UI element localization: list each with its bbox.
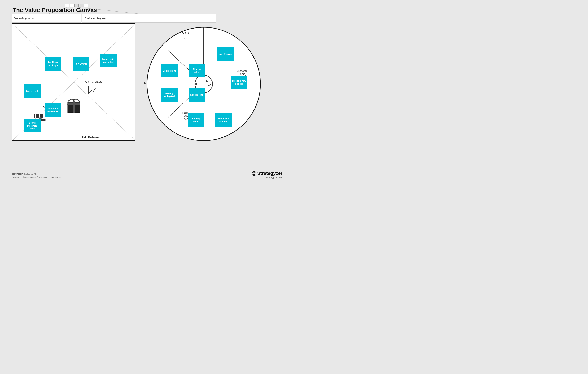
- gain-creators-label: Gain Creators: [81, 80, 106, 83]
- gift-icon: [65, 97, 82, 115]
- sticky-meeting-new: Meeting new peo-ple: [231, 76, 247, 89]
- svg-rect-28: [68, 103, 80, 105]
- svg-point-31: [73, 101, 75, 102]
- pain-relievers-icon: [85, 140, 95, 141]
- copyright: COPYRIGHT: Strategyzer AG The makers of …: [11, 172, 61, 179]
- svg-rect-15: [35, 114, 35, 118]
- vp-label: Value Proposition: [14, 17, 34, 20]
- svg-rect-19: [39, 114, 40, 118]
- sticky-new-friends: New Friends: [217, 47, 234, 61]
- strategyzer-icon: [252, 171, 256, 176]
- strategyzer-url: strategyzer.com: [252, 176, 283, 179]
- pain-relievers-label: Pain Relievers: [77, 136, 104, 139]
- sticky-facilitate: Facilitate meet ups: [44, 57, 61, 71]
- sticky-scheduling: Schedul-ing: [189, 88, 205, 101]
- sticky-keeps-updated: Keeps you up to date on show-: [99, 140, 116, 141]
- strategyzer-logo: Strategyzer strategyzer.com: [252, 171, 283, 179]
- cs-circle: Gains ☺ Pains ☹ CustomerJob(s) New Frien…: [143, 23, 265, 145]
- sticky-fun-events: Fun Events: [73, 57, 89, 71]
- cs-label: Customer Segment: [85, 17, 106, 20]
- gain-creators-icon: [88, 85, 98, 96]
- gains-label: Gains: [175, 31, 196, 34]
- sticky-feeling-alone: Feeling alone: [188, 113, 204, 127]
- page-title: The Value Proposition Canvas: [13, 7, 97, 13]
- vp-header-box: Value Proposition: [11, 14, 81, 23]
- vp-square: Gain Creators Pain Relievers Products& S…: [11, 23, 136, 141]
- strategyzer-brand-name: Strategyzer: [252, 171, 283, 176]
- sticky-not-free: Not a free service: [215, 113, 232, 127]
- svg-point-41: [206, 80, 208, 82]
- svg-rect-16: [36, 114, 37, 118]
- sticky-interactive: Interactive lab/events: [44, 103, 61, 117]
- gains-smiley: ☺: [178, 35, 194, 41]
- svg-rect-22: [42, 114, 43, 118]
- sticky-time-to-relax: Time to relax: [189, 64, 205, 77]
- svg-rect-14: [34, 114, 35, 118]
- sticky-social-gains: Social gains: [161, 64, 178, 77]
- customer-jobs-label: CustomerJob(s): [229, 69, 256, 76]
- sticky-app-website: App website: [24, 84, 41, 98]
- svg-rect-17: [37, 114, 38, 118]
- cs-header-box: Customer Segment: [82, 14, 216, 23]
- svg-point-24: [40, 117, 41, 119]
- mini-canvas-icon: [65, 4, 88, 7]
- sticky-brand-merch: Brand merchan-dise: [24, 119, 41, 132]
- sticky-feeling-obligated: Feeling obligated: [161, 88, 178, 101]
- sticky-match: Match with com-patible: [100, 54, 116, 67]
- svg-rect-21: [41, 114, 42, 118]
- svg-rect-18: [38, 114, 39, 118]
